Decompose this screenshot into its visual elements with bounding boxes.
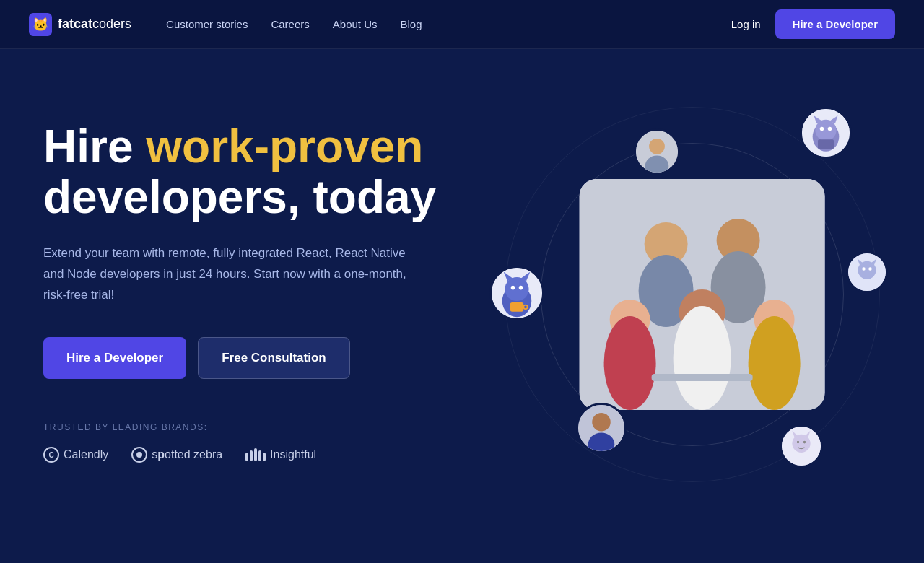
hero-image-section (504, 107, 881, 482)
brand-insightful-label: Insightful (270, 448, 316, 461)
team-photo (580, 179, 825, 410)
svg-point-19 (749, 316, 801, 410)
svg-point-30 (828, 127, 832, 131)
svg-point-17 (674, 306, 731, 410)
svg-point-29 (820, 127, 824, 131)
nav-item-blog[interactable]: Blog (400, 18, 422, 31)
nav-hire-button[interactable]: Hire a Developer (775, 9, 895, 39)
svg-point-44 (519, 286, 523, 290)
person-avatar-icon (636, 128, 678, 175)
logo-light: coders (92, 17, 131, 31)
nav-left: 🐱 fatcatcoders Customer stories Careers … (29, 13, 422, 36)
hire-developer-button[interactable]: Hire a Developer (43, 337, 186, 379)
brand-logos: C Calendly spotted zebra Insightful (43, 447, 504, 463)
hero-buttons: Hire a Developer Free Consultation (43, 337, 504, 379)
nav-item-careers[interactable]: Careers (271, 18, 309, 31)
nav-link-about-us[interactable]: About Us (333, 18, 378, 30)
cat-avatar-left-icon (492, 266, 542, 320)
free-consultation-button[interactable]: Free Consultation (198, 337, 350, 379)
person-avatar-bottom-icon (578, 403, 624, 453)
brand-calendly: C Calendly (43, 447, 108, 463)
svg-rect-7 (258, 450, 261, 461)
team-illustration (580, 179, 825, 410)
login-button[interactable]: Log in (731, 18, 761, 30)
cat-avatar-right-icon (848, 251, 886, 293)
nav-link-blog[interactable]: Blog (400, 18, 422, 30)
calendly-icon: C (43, 447, 59, 463)
trusted-label: TRUSTED BY LEADING BRANDS: (43, 422, 504, 432)
svg-rect-20 (652, 374, 753, 381)
avatar-cat-bottom (780, 424, 823, 468)
hero-title-accent: work-proven (146, 121, 423, 173)
cat-avatar-top-icon (802, 107, 850, 159)
svg-rect-6 (254, 448, 257, 461)
logo[interactable]: 🐱 fatcatcoders (29, 13, 131, 36)
svg-rect-8 (263, 453, 266, 461)
svg-point-15 (604, 316, 656, 410)
brand-calendly-label: Calendly (64, 448, 108, 461)
svg-text:C: C (48, 451, 53, 459)
svg-point-36 (862, 267, 865, 270)
svg-rect-45 (510, 302, 523, 312)
hero-title-part1: Hire (43, 121, 146, 173)
brand-spotted-zebra-label: spotted zebra (152, 448, 222, 461)
svg-point-48 (592, 413, 611, 432)
nav-link-careers[interactable]: Careers (271, 18, 309, 30)
brand-insightful: Insightful (245, 448, 316, 461)
hero-section: Hire work-proven developers, today Exten… (0, 49, 924, 563)
hero-title-part2: developers, today (43, 171, 436, 223)
insightful-icon (245, 448, 266, 461)
nav-link-customer-stories[interactable]: Customer stories (166, 18, 248, 30)
svg-rect-4 (245, 453, 248, 461)
svg-rect-31 (818, 139, 834, 149)
svg-rect-5 (250, 450, 253, 461)
svg-point-55 (803, 441, 806, 444)
svg-point-37 (868, 267, 871, 270)
avatar-cat-left (489, 266, 544, 320)
logo-icon: 🐱 (29, 13, 52, 36)
avatar-cat-right (846, 251, 888, 293)
avatar-cat-top (800, 107, 852, 159)
nav-item-about-us[interactable]: About Us (333, 18, 378, 31)
svg-point-40 (505, 277, 528, 301)
logo-text: fatcatcoders (58, 17, 131, 32)
svg-point-54 (797, 441, 800, 444)
nav-links: Customer stories Careers About Us Blog (166, 18, 422, 31)
hero-description: Extend your team with remote, fully inte… (43, 243, 419, 306)
svg-point-26 (815, 120, 836, 141)
nav-right: Log in Hire a Developer (731, 9, 895, 39)
navbar: 🐱 fatcatcoders Customer stories Careers … (0, 0, 924, 49)
spotted-zebra-icon (131, 447, 147, 463)
hero-content: Hire work-proven developers, today Exten… (43, 107, 504, 463)
logo-bold: fatcat (58, 17, 92, 31)
svg-point-3 (136, 452, 142, 458)
svg-point-22 (649, 139, 665, 154)
nav-item-customer-stories[interactable]: Customer stories (166, 18, 248, 31)
team-photo-inner (580, 179, 825, 410)
avatar-person-bottom (576, 403, 627, 453)
svg-point-43 (511, 286, 515, 290)
brand-spotted-zebra: spotted zebra (131, 447, 222, 463)
hero-title: Hire work-proven developers, today (43, 121, 504, 223)
avatar-person-top (634, 128, 680, 175)
cat-avatar-bottom-icon (782, 424, 821, 468)
